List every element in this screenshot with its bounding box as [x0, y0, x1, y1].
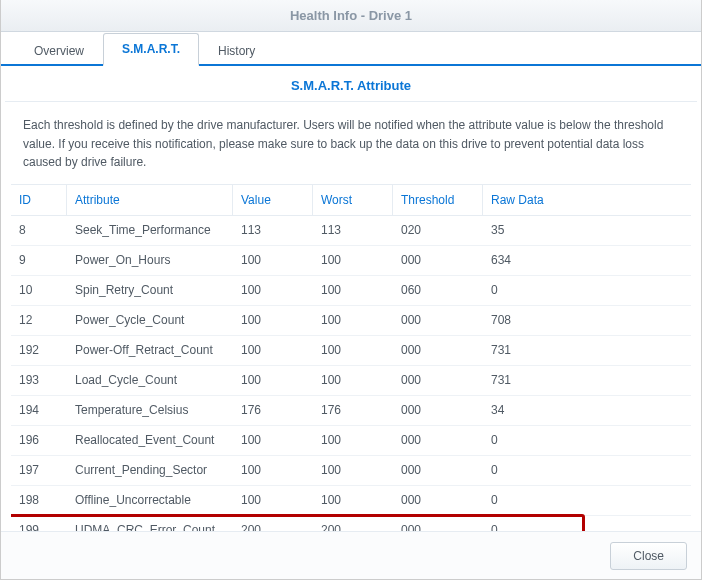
cell-rawdata: 634: [483, 253, 583, 267]
cell-value: 100: [233, 493, 313, 507]
cell-attribute: Temperature_Celsius: [67, 403, 233, 417]
table-row[interactable]: 193Load_Cycle_Count100100000731: [11, 366, 691, 396]
cell-id: 10: [11, 283, 67, 297]
cell-id: 9: [11, 253, 67, 267]
cell-attribute: Power_Cycle_Count: [67, 313, 233, 327]
cell-worst: 176: [313, 403, 393, 417]
cell-threshold: 000: [393, 253, 483, 267]
cell-attribute: Seek_Time_Performance: [67, 223, 233, 237]
close-button[interactable]: Close: [610, 542, 687, 570]
col-worst[interactable]: Worst: [313, 185, 393, 215]
cell-rawdata: 0: [483, 433, 583, 447]
cell-value: 100: [233, 373, 313, 387]
cell-attribute: Offline_Uncorrectable: [67, 493, 233, 507]
col-rawdata[interactable]: Raw Data: [483, 185, 583, 215]
tab-history[interactable]: History: [199, 35, 274, 66]
cell-id: 194: [11, 403, 67, 417]
table-row[interactable]: 9Power_On_Hours100100000634: [11, 246, 691, 276]
cell-rawdata: 0: [483, 283, 583, 297]
cell-worst: 100: [313, 463, 393, 477]
cell-id: 8: [11, 223, 67, 237]
cell-threshold: 000: [393, 493, 483, 507]
table-row[interactable]: 192Power-Off_Retract_Count100100000731: [11, 336, 691, 366]
cell-id: 196: [11, 433, 67, 447]
cell-value: 200: [233, 523, 313, 531]
cell-value: 100: [233, 463, 313, 477]
cell-rawdata: 731: [483, 373, 583, 387]
cell-threshold: 000: [393, 463, 483, 477]
cell-threshold: 000: [393, 373, 483, 387]
cell-value: 176: [233, 403, 313, 417]
dialog-footer: Close: [1, 531, 701, 579]
cell-worst: 100: [313, 283, 393, 297]
cell-attribute: Current_Pending_Sector: [67, 463, 233, 477]
tab-overview[interactable]: Overview: [15, 35, 103, 66]
table-row[interactable]: 196Reallocated_Event_Count1001000000: [11, 426, 691, 456]
cell-value: 113: [233, 223, 313, 237]
cell-attribute: Reallocated_Event_Count: [67, 433, 233, 447]
cell-rawdata: 35: [483, 223, 583, 237]
cell-attribute: Spin_Retry_Count: [67, 283, 233, 297]
cell-attribute: UDMA_CRC_Error_Count: [67, 523, 233, 531]
tab-smart[interactable]: S.M.A.R.T.: [103, 33, 199, 66]
cell-id: 198: [11, 493, 67, 507]
cell-rawdata: 731: [483, 343, 583, 357]
section-title: S.M.A.R.T. Attribute: [5, 66, 697, 102]
cell-worst: 113: [313, 223, 393, 237]
cell-attribute: Power-Off_Retract_Count: [67, 343, 233, 357]
cell-worst: 100: [313, 253, 393, 267]
cell-threshold: 000: [393, 403, 483, 417]
cell-worst: 100: [313, 493, 393, 507]
col-id[interactable]: ID: [11, 185, 67, 215]
table-row[interactable]: 10Spin_Retry_Count1001000600: [11, 276, 691, 306]
table-header: ID Attribute Value Worst Threshold Raw D…: [11, 184, 691, 216]
cell-id: 193: [11, 373, 67, 387]
col-value[interactable]: Value: [233, 185, 313, 215]
cell-id: 199: [11, 523, 67, 531]
window-titlebar: Health Info - Drive 1: [1, 0, 701, 32]
cell-worst: 100: [313, 343, 393, 357]
cell-rawdata: 0: [483, 493, 583, 507]
table-body: 8Seek_Time_Performance113113020359Power_…: [11, 216, 691, 531]
cell-value: 100: [233, 253, 313, 267]
cell-id: 192: [11, 343, 67, 357]
table-row[interactable]: 194Temperature_Celsius17617600034: [11, 396, 691, 426]
cell-id: 197: [11, 463, 67, 477]
cell-attribute: Load_Cycle_Count: [67, 373, 233, 387]
table-row[interactable]: 12Power_Cycle_Count100100000708: [11, 306, 691, 336]
col-threshold[interactable]: Threshold: [393, 185, 483, 215]
col-attribute[interactable]: Attribute: [67, 185, 233, 215]
smart-attribute-table: ID Attribute Value Worst Threshold Raw D…: [11, 184, 691, 531]
cell-worst: 100: [313, 433, 393, 447]
cell-threshold: 000: [393, 433, 483, 447]
table-row[interactable]: 199UDMA_CRC_Error_Count2002000000: [11, 516, 691, 531]
cell-threshold: 060: [393, 283, 483, 297]
tab-bar: Overview S.M.A.R.T. History: [1, 32, 701, 66]
cell-worst: 200: [313, 523, 393, 531]
cell-threshold: 000: [393, 313, 483, 327]
section-description: Each threshold is defined by the drive m…: [1, 102, 701, 180]
health-info-window: Health Info - Drive 1 Overview S.M.A.R.T…: [0, 0, 702, 580]
cell-worst: 100: [313, 373, 393, 387]
table-row[interactable]: 197Current_Pending_Sector1001000000: [11, 456, 691, 486]
cell-attribute: Power_On_Hours: [67, 253, 233, 267]
window-title: Health Info - Drive 1: [290, 8, 412, 23]
cell-rawdata: 0: [483, 463, 583, 477]
cell-threshold: 000: [393, 523, 483, 531]
cell-value: 100: [233, 343, 313, 357]
cell-id: 12: [11, 313, 67, 327]
cell-threshold: 000: [393, 343, 483, 357]
cell-rawdata: 34: [483, 403, 583, 417]
cell-threshold: 020: [393, 223, 483, 237]
cell-value: 100: [233, 283, 313, 297]
cell-value: 100: [233, 433, 313, 447]
cell-value: 100: [233, 313, 313, 327]
cell-rawdata: 0: [483, 523, 583, 531]
cell-rawdata: 708: [483, 313, 583, 327]
cell-worst: 100: [313, 313, 393, 327]
table-row[interactable]: 8Seek_Time_Performance11311302035: [11, 216, 691, 246]
table-row[interactable]: 198Offline_Uncorrectable1001000000: [11, 486, 691, 516]
